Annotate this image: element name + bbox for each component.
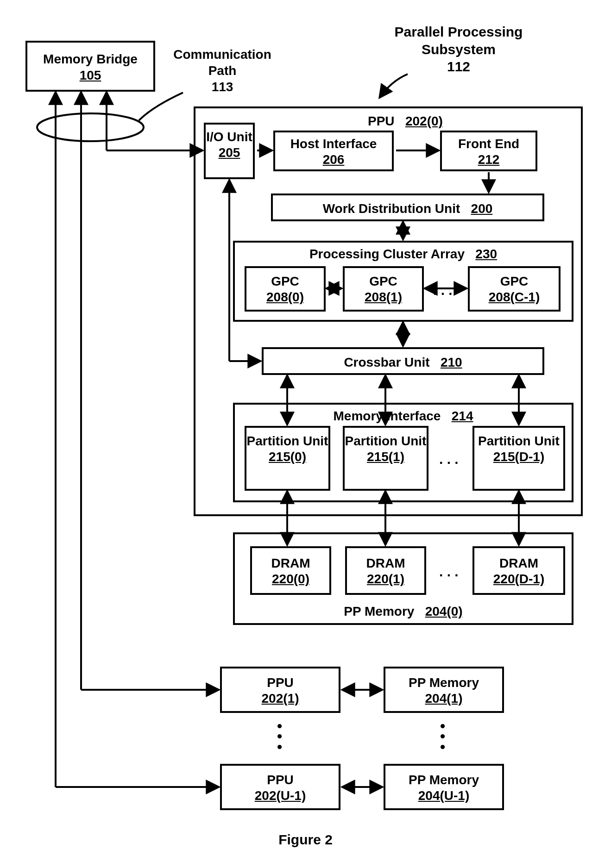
memif-title: Memory Interface <box>334 409 441 423</box>
comm-path-num: 113 <box>212 80 233 94</box>
io-unit-num: 205 <box>219 145 240 160</box>
pu0-title: Partition Unit <box>247 434 328 448</box>
front-end-title: Front End <box>458 137 519 151</box>
d1-num: 220(1) <box>367 572 404 586</box>
ppun-title: PPU <box>267 773 294 787</box>
gpcn-title: GPC <box>500 274 529 288</box>
ppmem-vdots: ••• <box>440 721 445 752</box>
ppmemn-box: PP Memory 204(U-1) <box>384 764 504 810</box>
d0-box: DRAM 220(0) <box>250 546 331 595</box>
gpcn-box: GPC 208(C-1) <box>468 266 561 312</box>
dn-box: DRAM 220(D-1) <box>472 546 565 595</box>
ppmem0-title: PP Memory <box>344 604 414 618</box>
pun-box: Partition Unit 215(D-1) <box>472 426 565 491</box>
ppmem0-num: 204(0) <box>425 604 463 618</box>
ppu0-num: 202(0) <box>405 114 443 128</box>
dn-num: 220(D-1) <box>493 572 544 586</box>
pun-title: Partition Unit <box>478 434 560 448</box>
host-if-num: 206 <box>323 152 345 167</box>
gpc-ellipsis: . . . <box>433 282 453 298</box>
pu0-num: 215(0) <box>269 450 306 464</box>
ppu0-title: PPU <box>368 114 395 128</box>
host-if-title: Host Interface <box>290 137 377 151</box>
ppun-box: PPU 202(U-1) <box>220 764 340 810</box>
ppun-num: 202(U-1) <box>255 788 306 803</box>
pca-title: Processing Cluster Array <box>309 247 465 261</box>
subsystem-num: 112 <box>447 59 470 74</box>
gpc1-num: 208(1) <box>365 290 402 304</box>
front-end-num: 212 <box>478 152 500 167</box>
subsystem-title: Parallel Processing Subsystem <box>395 24 523 57</box>
dram-ellipsis: . . . <box>439 564 459 580</box>
memif-num: 214 <box>452 409 473 423</box>
pu1-box: Partition Unit 215(1) <box>343 426 428 491</box>
crossbar-num: 210 <box>441 355 462 369</box>
pca-num: 230 <box>475 247 497 261</box>
ppmem1-title: PP Memory <box>409 675 479 690</box>
ppu1-title: PPU <box>267 675 294 690</box>
pu0-box: Partition Unit 215(0) <box>245 426 330 491</box>
gpcn-num: 208(C-1) <box>489 290 540 304</box>
d0-num: 220(0) <box>272 572 309 586</box>
d1-box: DRAM 220(1) <box>345 546 426 595</box>
d1-title: DRAM <box>366 556 405 570</box>
figure-caption: Figure 2 <box>0 831 611 849</box>
comm-path-label: Communication Path 113 <box>162 46 283 95</box>
comm-path-title: Communication Path <box>173 47 271 78</box>
ppmemn-num: 204(U-1) <box>418 788 469 803</box>
pu1-title: Partition Unit <box>345 434 427 448</box>
pun-num: 215(D-1) <box>493 450 544 464</box>
pu1-num: 215(1) <box>367 450 404 464</box>
front-end-box: Front End 212 <box>440 131 537 171</box>
memory-bridge-box: Memory Bridge 105 <box>25 41 155 92</box>
wdu-title: Work Distribution Unit <box>323 201 460 216</box>
dn-title: DRAM <box>499 556 538 570</box>
crossbar-title: Crossbar Unit <box>344 355 429 369</box>
gpc0-box: GPC 208(0) <box>245 266 326 312</box>
host-if-box: Host Interface 206 <box>273 131 394 171</box>
subsystem-label: Parallel Processing Subsystem 112 <box>371 23 547 75</box>
ppmem1-num: 204(1) <box>425 691 463 706</box>
gpc1-title: GPC <box>369 274 397 288</box>
wdu-box: Work Distribution Unit 200 <box>271 194 544 221</box>
d0-title: DRAM <box>271 556 310 570</box>
crossbar-box: Crossbar Unit 210 <box>262 347 544 375</box>
ppmem1-box: PP Memory 204(1) <box>384 667 504 713</box>
ppmemn-title: PP Memory <box>409 773 479 787</box>
pu-ellipsis: . . . <box>439 451 459 467</box>
ppu1-box: PPU 202(1) <box>220 667 340 713</box>
io-unit-title: I/O Unit <box>206 130 252 144</box>
gpc0-title: GPC <box>271 274 299 288</box>
memory-bridge-title: Memory Bridge <box>43 52 138 66</box>
gpc0-num: 208(0) <box>266 290 304 304</box>
svg-point-0 <box>37 113 144 141</box>
wdu-num: 200 <box>471 201 493 216</box>
io-unit-box: I/O Unit 205 <box>204 123 255 179</box>
ppu1-num: 202(1) <box>262 691 299 706</box>
memory-bridge-num: 105 <box>80 68 101 82</box>
ppu-vdots: ••• <box>277 721 282 752</box>
gpc1-box: GPC 208(1) <box>343 266 424 312</box>
